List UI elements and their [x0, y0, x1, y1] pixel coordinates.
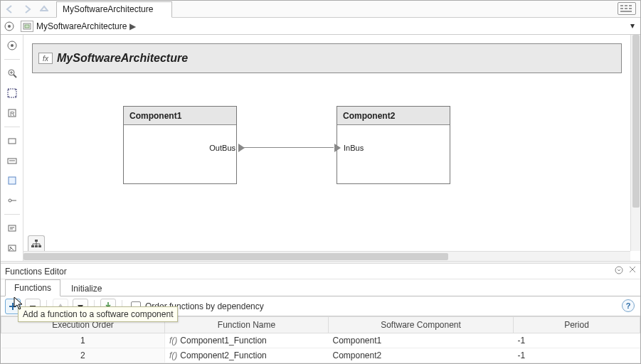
table-row[interactable]: 1 f()Component1_Function Component1 -1: [1, 333, 640, 348]
input-port[interactable]: InBus: [334, 144, 364, 152]
nav-up-button[interactable]: [36, 1, 52, 17]
svg-rect-25: [31, 245, 34, 247]
hierarchy-tab[interactable]: [28, 235, 45, 251]
architecture-title-block[interactable]: fx MySoftwareArchitecture: [32, 43, 622, 73]
nav-back-button[interactable]: [2, 1, 18, 17]
editor-area: R fx MySoftwareArchitecture Component1 O…: [1, 35, 640, 261]
svg-point-5: [11, 44, 14, 47]
port-label: OutBus: [209, 144, 235, 152]
model-icon[interactable]: [21, 21, 33, 32]
zoom-icon[interactable]: [4, 65, 20, 81]
app-window: MySoftwareArchitecture MySoftwareArchite…: [0, 0, 641, 364]
svg-rect-16: [9, 177, 16, 184]
col-function-name[interactable]: Function Name: [165, 317, 329, 333]
function-name-text: Component1_Function: [180, 336, 266, 346]
top-toolbar: MySoftwareArchitecture: [1, 1, 640, 18]
component-block-2[interactable]: Component2 InBus: [337, 106, 450, 184]
functions-panel-titlebar: Functions Editor: [1, 264, 640, 279]
port-in-icon: [334, 144, 341, 152]
component-header: Component1: [124, 107, 236, 125]
scrollbar-thumb[interactable]: [23, 253, 448, 260]
bus-icon[interactable]: [4, 153, 20, 168]
cell-order: 1: [1, 333, 165, 348]
connector-icon[interactable]: [4, 193, 20, 208]
fit-view-icon[interactable]: [4, 85, 20, 101]
breadcrumb-bar: MySoftwareArchitecture ▶ ▾: [1, 18, 640, 35]
document-tab[interactable]: MySoftwareArchitecture: [56, 1, 172, 18]
canvas[interactable]: fx MySoftwareArchitecture Component1 Out…: [23, 35, 640, 261]
requirements-icon[interactable]: R: [4, 105, 20, 121]
functions-subtabs: Functions Initialize: [1, 279, 640, 296]
tooltip: Add a function to a software component: [18, 306, 178, 322]
component-block-1[interactable]: Component1 OutBus: [123, 106, 237, 184]
port-out-icon: [238, 144, 245, 152]
svg-point-1: [8, 25, 11, 28]
svg-rect-3: [25, 25, 29, 28]
functions-panel-title: Functions Editor: [5, 267, 67, 277]
tab-functions[interactable]: Functions: [5, 279, 60, 296]
explorer-icon[interactable]: [4, 38, 20, 53]
subsystem-icon[interactable]: [4, 173, 20, 188]
image-icon[interactable]: [4, 240, 20, 256]
fx-icon: f(): [169, 336, 177, 346]
fx-icon: f(): [169, 350, 177, 360]
svg-rect-27: [38, 245, 41, 247]
connection-wire[interactable]: [240, 147, 334, 148]
block-icon[interactable]: [4, 133, 20, 149]
help-button[interactable]: ?: [622, 299, 635, 312]
palette-separator: [4, 214, 20, 215]
port-label: InBus: [344, 144, 364, 152]
col-period[interactable]: Period: [514, 317, 640, 333]
svg-rect-19: [9, 225, 16, 231]
col-software-component[interactable]: Software Component: [329, 317, 514, 333]
annotation-icon[interactable]: [4, 220, 20, 236]
breadcrumb-caret-icon: ▶: [129, 21, 136, 31]
cell-component[interactable]: Component1: [329, 333, 514, 348]
breadcrumb-item[interactable]: MySoftwareArchitecture: [36, 21, 127, 31]
palette-separator: [4, 127, 20, 127]
cell-function-name[interactable]: f()Component1_Function: [165, 333, 329, 348]
cell-period[interactable]: -1: [514, 333, 640, 348]
fx-icon: fx: [38, 53, 53, 64]
keyboard-icon[interactable]: [618, 2, 636, 15]
cell-period[interactable]: -1: [514, 348, 640, 363]
output-port[interactable]: OutBus: [209, 144, 245, 152]
close-panel-icon[interactable]: [629, 266, 636, 274]
component-header: Component2: [337, 107, 450, 125]
table-row[interactable]: 2 f()Component2_Function Component2 -1: [1, 348, 640, 363]
horizontal-scrollbar[interactable]: [23, 251, 630, 261]
palette-separator: [4, 59, 20, 60]
breadcrumb-dropdown-icon[interactable]: ▾: [630, 21, 635, 31]
svg-rect-26: [35, 245, 38, 247]
tab-initialize[interactable]: Initialize: [62, 280, 111, 296]
svg-point-17: [9, 199, 11, 202]
architecture-title: MySoftwareArchitecture: [57, 52, 188, 65]
svg-text:R: R: [10, 110, 15, 117]
nav-forward-button[interactable]: [19, 1, 35, 17]
cell-function-name[interactable]: f()Component2_Function: [165, 348, 329, 363]
functions-table: Execution Order Function Name Software C…: [1, 316, 640, 363]
svg-rect-13: [9, 139, 16, 144]
left-palette: R: [1, 35, 23, 261]
minimize-panel-icon[interactable]: [615, 266, 623, 274]
canvas-viewport[interactable]: fx MySoftwareArchitecture Component1 Out…: [23, 35, 630, 251]
function-name-text: Component2_Function: [180, 350, 266, 360]
cell-component[interactable]: Component2: [329, 348, 514, 363]
model-browser-icon[interactable]: [1, 21, 18, 31]
svg-point-33: [615, 267, 623, 274]
document-tab-label: MySoftwareArchitecture: [63, 4, 153, 14]
svg-rect-24: [35, 240, 38, 242]
vertical-scrollbar[interactable]: [630, 35, 640, 251]
scrollbar-thumb[interactable]: [632, 35, 640, 208]
cell-order: 2: [1, 348, 165, 363]
svg-line-7: [14, 75, 16, 77]
